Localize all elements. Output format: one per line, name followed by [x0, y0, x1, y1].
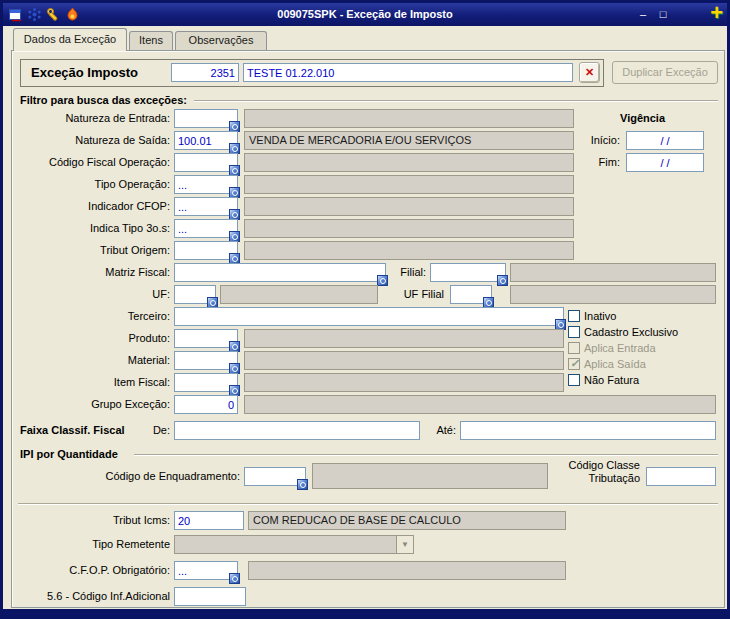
- label-uf-filial: UF Filial: [392, 285, 444, 304]
- lookup-zoom-icon[interactable]: [229, 573, 240, 584]
- window-title: 009075SPK - Exceção de Imposto: [3, 3, 727, 26]
- tribut-icms-desc: COM REDUCAO DE BASE DE CALCULO: [248, 511, 566, 530]
- lookup-zoom-icon[interactable]: [297, 479, 308, 490]
- minimize-button[interactable]: –: [635, 7, 651, 21]
- cfop-obrigatorio-field: [174, 561, 238, 580]
- label-uf: UF:: [12, 285, 170, 304]
- faixa-ate-field: [460, 421, 716, 440]
- tab-dados-da-excecao[interactable]: Dados da Exceção: [13, 28, 127, 51]
- material-desc: [244, 351, 564, 370]
- label-inicio: Início:: [548, 131, 620, 150]
- checkbox-aplica-entrada: [568, 342, 580, 354]
- exception-description-input[interactable]: [243, 63, 573, 82]
- label-produto: Produto:: [12, 329, 170, 348]
- label-faixa-ate: Até:: [422, 421, 456, 440]
- chevron-down-icon: ▼: [396, 536, 413, 553]
- tab-observacoes[interactable]: Observações: [175, 31, 267, 50]
- codigo-fiscal-field: [174, 153, 238, 172]
- terceiro-input[interactable]: [174, 307, 564, 326]
- label-faixa-de: De:: [132, 421, 170, 440]
- inicio-date-field: [626, 131, 704, 150]
- exception-description-field: [243, 63, 573, 82]
- filial-desc: [510, 263, 716, 282]
- material-field: [174, 351, 238, 370]
- header-label: Exceção Imposto: [31, 63, 138, 82]
- produto-desc: [244, 329, 564, 348]
- inicio-date-input[interactable]: [626, 131, 704, 150]
- tipo-operacao-desc: [244, 175, 574, 194]
- exception-code-input[interactable]: [171, 63, 239, 82]
- label-natureza-saida: Natureza de Saída:: [12, 131, 170, 150]
- classe-tributacao-field: [646, 467, 716, 486]
- checkbox-label: Inativo: [584, 310, 616, 322]
- enquadramento-desc: [312, 463, 548, 489]
- label-item-fiscal: Item Fiscal:: [12, 373, 170, 392]
- tribut-icms-input[interactable]: [174, 511, 244, 530]
- label-terceiro: Terceiro:: [12, 307, 170, 326]
- faixa-de-input[interactable]: [174, 421, 420, 440]
- label-codigo-inf-adicional: 5.6 - Código Inf.Adicional: [12, 587, 170, 606]
- uf-filial-field: [450, 285, 492, 304]
- codigo-inf-adicional-input[interactable]: [174, 587, 246, 606]
- label-cfop-obrigatorio: C.F.O.P. Obrigatório:: [12, 561, 170, 580]
- checkbox-nao-fatura[interactable]: [568, 374, 580, 386]
- cfop-obrigatorio-desc: [248, 561, 566, 580]
- label-fim: Fim:: [548, 153, 620, 172]
- faixa-de-field: [174, 421, 420, 440]
- delete-exception-button[interactable]: ✕: [579, 62, 600, 83]
- exception-code-field: [171, 63, 239, 82]
- codigo-fiscal-desc: [244, 153, 574, 172]
- label-grupo-excecao: Grupo Exceção:: [12, 395, 170, 414]
- tipo-remetente-combo: ▼: [174, 535, 414, 554]
- red-x-icon: ✕: [585, 66, 594, 78]
- label-codigo-fiscal: Código Fiscal Operação:: [12, 153, 170, 172]
- label-enquadramento: Código de Enquadramento:: [12, 467, 240, 486]
- checkbox-label: Aplica Saída: [584, 358, 646, 370]
- indicador-cfop-desc: [244, 197, 574, 216]
- vigencia-title: Vigência: [620, 109, 665, 128]
- tab-itens[interactable]: Itens: [129, 31, 173, 50]
- label-material: Material:: [12, 351, 170, 370]
- label-filial: Filial:: [382, 263, 426, 282]
- tribut-origem-field: [174, 241, 238, 260]
- grupo-excecao-desc: [244, 395, 716, 414]
- label-tribut-icms: Tribut Icms:: [12, 511, 170, 530]
- uf-desc: [220, 285, 378, 304]
- matriz-fiscal-input[interactable]: [174, 263, 386, 282]
- checkbox-label: Cadastro Exclusivo: [584, 326, 678, 338]
- tribut-icms-field: [174, 511, 244, 530]
- plus-button[interactable]: +: [710, 1, 723, 25]
- tribut-origem-desc: [244, 241, 574, 260]
- fim-date-input[interactable]: [626, 153, 704, 172]
- ipi-section-line: [134, 454, 718, 456]
- indica-tipo-3os-desc: [244, 219, 574, 238]
- classe-tributacao-input[interactable]: [646, 467, 716, 486]
- checkbox-row-cadastro-exclusivo[interactable]: Cadastro Exclusivo: [568, 325, 678, 340]
- tipo-operacao-field: [174, 175, 238, 194]
- filial-input[interactable]: [430, 263, 506, 282]
- natureza-entrada-field: [174, 109, 238, 128]
- label-tribut-origem: Tribut Origem:: [12, 241, 170, 260]
- label-classe-tributacao: Código Classe Tributação: [552, 459, 640, 487]
- lookup-zoom-icon[interactable]: [497, 275, 508, 286]
- checkbox-row-nao-fatura[interactable]: Não Fatura: [568, 373, 639, 388]
- produto-field: [174, 329, 238, 348]
- item-fiscal-desc: [244, 373, 564, 392]
- duplicate-exception-button[interactable]: Duplicar Exceção: [612, 61, 718, 84]
- checkbox-row-aplica-saida: Aplica Saída: [568, 357, 646, 372]
- checkbox-cadastro-exclusivo[interactable]: [568, 326, 580, 338]
- label-tipo-remetente: Tipo Remetente: [12, 535, 170, 554]
- label-tipo-operacao: Tipo Operação:: [12, 175, 170, 194]
- maximize-button[interactable]: □: [655, 7, 671, 21]
- form-content: Exceção Imposto ✕ Duplicar Exceção Filtr…: [11, 50, 725, 608]
- faixa-ate-input[interactable]: [460, 421, 716, 440]
- terceiro-field: [174, 307, 564, 326]
- checkbox-row-inativo[interactable]: Inativo: [568, 309, 616, 324]
- filter-section-title: Filtro para busca das exceções:: [20, 91, 187, 110]
- grupo-excecao-input[interactable]: [174, 395, 238, 414]
- matriz-fiscal-field: [174, 263, 386, 282]
- item-fiscal-field: [174, 373, 238, 392]
- checkbox-inativo[interactable]: [568, 310, 580, 322]
- label-indica-tipo-3os: Indica Tipo 3o.s:: [12, 219, 170, 238]
- uf-field: [174, 285, 216, 304]
